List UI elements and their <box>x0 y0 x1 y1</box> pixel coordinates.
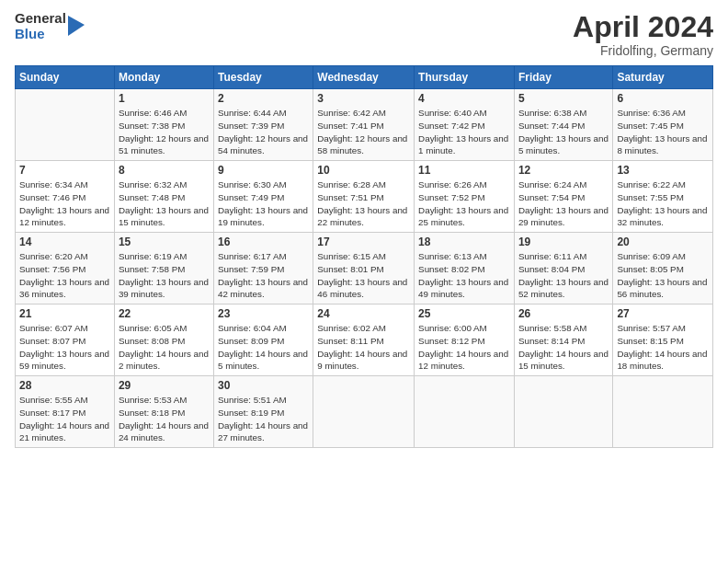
day-number: 10 <box>317 164 410 177</box>
day-info: Sunrise: 6:11 AMSunset: 8:04 PMDaylight:… <box>518 250 609 301</box>
day-number: 3 <box>317 92 410 105</box>
title-month: April 2024 <box>573 11 713 43</box>
day-info: Sunrise: 6:24 AMSunset: 7:54 PMDaylight:… <box>518 178 609 229</box>
day-number: 29 <box>119 379 210 392</box>
day-number: 15 <box>119 236 210 248</box>
calendar-cell: 12Sunrise: 6:24 AMSunset: 7:54 PMDayligh… <box>514 161 612 233</box>
calendar-week-5: 28Sunrise: 5:55 AMSunset: 8:17 PMDayligh… <box>16 376 713 448</box>
calendar-week-2: 7Sunrise: 6:34 AMSunset: 7:46 PMDaylight… <box>16 161 713 233</box>
day-number: 23 <box>218 307 309 320</box>
day-info: Sunrise: 6:46 AMSunset: 7:38 PMDaylight:… <box>119 107 210 157</box>
day-info: Sunrise: 6:34 AMSunset: 7:46 PMDaylight:… <box>19 178 110 229</box>
day-number: 21 <box>19 307 110 320</box>
day-info: Sunrise: 5:53 AMSunset: 8:18 PMDaylight:… <box>119 394 210 444</box>
calendar-cell: 30Sunrise: 5:51 AMSunset: 8:19 PMDayligh… <box>213 376 313 448</box>
day-info: Sunrise: 6:04 AMSunset: 8:09 PMDaylight:… <box>218 322 309 373</box>
calendar-cell: 16Sunrise: 6:17 AMSunset: 7:59 PMDayligh… <box>213 233 313 304</box>
calendar-cell: 21Sunrise: 6:07 AMSunset: 8:07 PMDayligh… <box>16 304 115 376</box>
day-number: 13 <box>617 164 709 177</box>
calendar-cell: 7Sunrise: 6:34 AMSunset: 7:46 PMDaylight… <box>16 161 115 233</box>
day-number: 20 <box>617 236 709 248</box>
calendar-cell: 23Sunrise: 6:04 AMSunset: 8:09 PMDayligh… <box>213 304 313 376</box>
day-info: Sunrise: 6:05 AMSunset: 8:08 PMDaylight:… <box>119 322 210 373</box>
calendar-cell <box>613 376 713 448</box>
calendar-cell: 19Sunrise: 6:11 AMSunset: 8:04 PMDayligh… <box>514 233 612 304</box>
calendar-cell: 10Sunrise: 6:28 AMSunset: 7:51 PMDayligh… <box>313 161 415 233</box>
calendar-cell: 2Sunrise: 6:44 AMSunset: 7:39 PMDaylight… <box>213 89 313 161</box>
calendar-cell: 5Sunrise: 6:38 AMSunset: 7:44 PMDaylight… <box>514 89 612 161</box>
day-number: 12 <box>518 164 609 177</box>
calendar-cell: 24Sunrise: 6:02 AMSunset: 8:11 PMDayligh… <box>313 304 415 376</box>
weekday-header-friday: Friday <box>514 66 612 89</box>
day-number: 26 <box>518 307 609 320</box>
weekday-header-thursday: Thursday <box>415 66 515 89</box>
weekday-header-row: SundayMondayTuesdayWednesdayThursdayFrid… <box>16 66 713 89</box>
calendar-cell: 25Sunrise: 6:00 AMSunset: 8:12 PMDayligh… <box>415 304 515 376</box>
calendar-week-1: 1Sunrise: 6:46 AMSunset: 7:38 PMDaylight… <box>16 89 713 161</box>
weekday-header-sunday: Sunday <box>16 66 115 89</box>
day-number: 16 <box>218 236 309 248</box>
calendar-cell <box>313 376 415 448</box>
weekday-header-wednesday: Wednesday <box>313 66 415 89</box>
day-number: 22 <box>119 307 210 320</box>
svg-marker-0 <box>68 16 85 36</box>
weekday-header-monday: Monday <box>114 66 213 89</box>
title-block: April 2024 Fridolfing, Germany <box>573 11 713 58</box>
title-location: Fridolfing, Germany <box>573 43 713 58</box>
day-number: 27 <box>617 307 709 320</box>
day-number: 11 <box>418 164 510 177</box>
calendar-cell: 4Sunrise: 6:40 AMSunset: 7:42 PMDaylight… <box>415 89 515 161</box>
day-info: Sunrise: 6:09 AMSunset: 8:05 PMDaylight:… <box>617 250 709 301</box>
day-number: 17 <box>317 236 410 248</box>
calendar-cell: 14Sunrise: 6:20 AMSunset: 7:56 PMDayligh… <box>16 233 115 304</box>
calendar-cell: 22Sunrise: 6:05 AMSunset: 8:08 PMDayligh… <box>114 304 213 376</box>
calendar-cell: 1Sunrise: 6:46 AMSunset: 7:38 PMDaylight… <box>114 89 213 161</box>
calendar-cell <box>415 376 515 448</box>
day-info: Sunrise: 6:20 AMSunset: 7:56 PMDaylight:… <box>19 250 110 301</box>
day-number: 9 <box>218 164 309 177</box>
day-number: 2 <box>218 92 309 105</box>
day-info: Sunrise: 5:51 AMSunset: 8:19 PMDaylight:… <box>218 394 309 444</box>
day-info: Sunrise: 6:44 AMSunset: 7:39 PMDaylight:… <box>218 107 309 157</box>
day-info: Sunrise: 5:58 AMSunset: 8:14 PMDaylight:… <box>518 322 609 373</box>
day-info: Sunrise: 6:02 AMSunset: 8:11 PMDaylight:… <box>317 322 410 373</box>
calendar-cell: 11Sunrise: 6:26 AMSunset: 7:52 PMDayligh… <box>415 161 515 233</box>
calendar-cell <box>16 89 115 161</box>
weekday-header-saturday: Saturday <box>613 66 713 89</box>
calendar-body: 1Sunrise: 6:46 AMSunset: 7:38 PMDaylight… <box>16 89 713 448</box>
logo-icon <box>68 16 85 36</box>
logo-blue: Blue <box>15 27 66 42</box>
day-number: 24 <box>317 307 410 320</box>
calendar-cell: 9Sunrise: 6:30 AMSunset: 7:49 PMDaylight… <box>213 161 313 233</box>
day-info: Sunrise: 6:19 AMSunset: 7:58 PMDaylight:… <box>119 250 210 301</box>
day-info: Sunrise: 6:38 AMSunset: 7:44 PMDaylight:… <box>518 107 609 157</box>
day-number: 1 <box>119 92 210 105</box>
calendar-cell: 29Sunrise: 5:53 AMSunset: 8:18 PMDayligh… <box>114 376 213 448</box>
day-info: Sunrise: 6:13 AMSunset: 8:02 PMDaylight:… <box>418 250 510 301</box>
calendar-cell: 27Sunrise: 5:57 AMSunset: 8:15 PMDayligh… <box>613 304 713 376</box>
day-info: Sunrise: 6:42 AMSunset: 7:41 PMDaylight:… <box>317 107 410 157</box>
calendar-week-3: 14Sunrise: 6:20 AMSunset: 7:56 PMDayligh… <box>16 233 713 304</box>
day-info: Sunrise: 6:36 AMSunset: 7:45 PMDaylight:… <box>617 107 709 157</box>
day-number: 4 <box>418 92 510 105</box>
calendar-week-4: 21Sunrise: 6:07 AMSunset: 8:07 PMDayligh… <box>16 304 713 376</box>
day-info: Sunrise: 6:17 AMSunset: 7:59 PMDaylight:… <box>218 250 309 301</box>
calendar-cell: 17Sunrise: 6:15 AMSunset: 8:01 PMDayligh… <box>313 233 415 304</box>
day-info: Sunrise: 6:32 AMSunset: 7:48 PMDaylight:… <box>119 178 210 229</box>
calendar-cell: 8Sunrise: 6:32 AMSunset: 7:48 PMDaylight… <box>114 161 213 233</box>
logo-text: General Blue <box>15 11 66 41</box>
day-number: 25 <box>418 307 510 320</box>
calendar-header: SundayMondayTuesdayWednesdayThursdayFrid… <box>16 66 713 89</box>
weekday-header-tuesday: Tuesday <box>213 66 313 89</box>
calendar-table: SundayMondayTuesdayWednesdayThursdayFrid… <box>15 65 713 448</box>
page: General Blue April 2024 Fridolfing, Germ… <box>0 0 728 563</box>
calendar-cell: 6Sunrise: 6:36 AMSunset: 7:45 PMDaylight… <box>613 89 713 161</box>
day-info: Sunrise: 6:30 AMSunset: 7:49 PMDaylight:… <box>218 178 309 229</box>
day-number: 5 <box>518 92 609 105</box>
header: General Blue April 2024 Fridolfing, Germ… <box>15 11 713 58</box>
day-info: Sunrise: 6:40 AMSunset: 7:42 PMDaylight:… <box>418 107 510 157</box>
day-info: Sunrise: 6:28 AMSunset: 7:51 PMDaylight:… <box>317 178 410 229</box>
day-info: Sunrise: 6:26 AMSunset: 7:52 PMDaylight:… <box>418 178 510 229</box>
calendar-cell: 3Sunrise: 6:42 AMSunset: 7:41 PMDaylight… <box>313 89 415 161</box>
calendar-cell: 18Sunrise: 6:13 AMSunset: 8:02 PMDayligh… <box>415 233 515 304</box>
